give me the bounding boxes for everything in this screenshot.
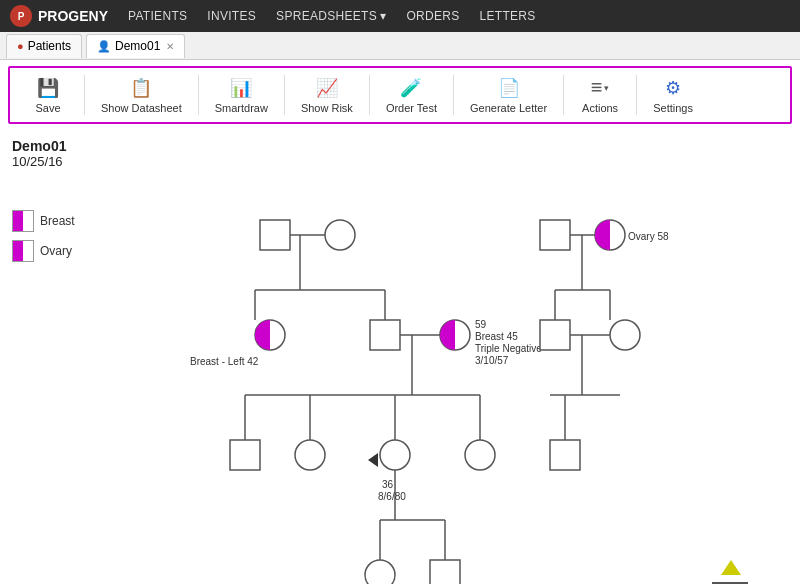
letter-label: Generate Letter bbox=[470, 102, 547, 114]
gp-right-female bbox=[595, 220, 625, 250]
pan-zoom-control[interactable]: + bbox=[690, 560, 770, 584]
smartdraw-button[interactable]: 📊 Smartdraw bbox=[205, 73, 278, 118]
toolbar-separator-1 bbox=[84, 75, 85, 115]
aunt-left-fill bbox=[255, 320, 270, 350]
gp-right-male bbox=[540, 220, 570, 250]
legend-breast-fill bbox=[13, 211, 23, 231]
actions-icon: ≡ bbox=[591, 76, 603, 99]
datasheet-label: Show Datasheet bbox=[101, 102, 182, 114]
pan-up-button[interactable] bbox=[721, 560, 741, 575]
toolbar-separator-2 bbox=[198, 75, 199, 115]
tab-patients[interactable]: ● Patients bbox=[6, 34, 82, 58]
svg-text:36: 36 bbox=[382, 479, 394, 490]
legend-ovary-label: Ovary bbox=[40, 244, 72, 258]
gp-right-female-fill bbox=[595, 220, 610, 250]
aunt-left-label: Breast - Left 42 bbox=[190, 356, 259, 367]
uncle-right-male bbox=[540, 320, 570, 350]
sibling-female-2 bbox=[465, 440, 495, 470]
datasheet-icon: 📋 bbox=[130, 77, 152, 99]
nav-invites[interactable]: INVITES bbox=[207, 9, 256, 23]
demo-tab-icon: 👤 bbox=[97, 40, 111, 53]
generate-letter-button[interactable]: 📄 Generate Letter bbox=[460, 73, 557, 118]
child-male-1 bbox=[430, 560, 460, 584]
toolbar-separator-6 bbox=[563, 75, 564, 115]
main-content: Demo01 10/25/16 Breast Ovary bbox=[0, 130, 800, 584]
pedigree-svg: Ovary 58 Breast - Left 42 59 Breast 45 T… bbox=[100, 190, 780, 584]
patient-info: Demo01 10/25/16 bbox=[12, 138, 788, 169]
app-logo: P PROGENY bbox=[10, 5, 108, 27]
settings-button[interactable]: ⚙ Settings bbox=[643, 73, 703, 118]
tab-bar: ● Patients 👤 Demo01 ✕ bbox=[0, 32, 800, 60]
top-navigation: P PROGENY PATIENTS INVITES SPREADSHEETS … bbox=[0, 0, 800, 32]
legend-breast-label: Breast bbox=[40, 214, 75, 228]
svg-text:Breast  45: Breast 45 bbox=[475, 331, 518, 342]
patient-date: 10/25/16 bbox=[12, 154, 788, 169]
parent-female-fill bbox=[440, 320, 455, 350]
legend-ovary-fill bbox=[13, 241, 23, 261]
toolbar: 💾 Save 📋 Show Datasheet 📊 Smartdraw 📈 Sh… bbox=[8, 66, 792, 124]
save-button[interactable]: 💾 Save bbox=[18, 73, 78, 118]
smartdraw-label: Smartdraw bbox=[215, 102, 268, 114]
nav-orders[interactable]: ORDERS bbox=[406, 9, 459, 23]
settings-icon: ⚙ bbox=[665, 77, 681, 99]
order-test-button[interactable]: 🧪 Order Test bbox=[376, 73, 447, 118]
legend-ovary: Ovary bbox=[12, 240, 75, 262]
logo-icon: P bbox=[10, 5, 32, 27]
toolbar-separator-5 bbox=[453, 75, 454, 115]
toolbar-separator-7 bbox=[636, 75, 637, 115]
nav-patients[interactable]: PATIENTS bbox=[128, 9, 187, 23]
cousin-male-1 bbox=[550, 440, 580, 470]
show-risk-button[interactable]: 📈 Show Risk bbox=[291, 73, 363, 118]
actions-button[interactable]: ≡ ▾ Actions bbox=[570, 72, 630, 118]
risk-label: Show Risk bbox=[301, 102, 353, 114]
save-icon: 💾 bbox=[37, 77, 59, 99]
proband-female bbox=[380, 440, 410, 470]
gp-left-male bbox=[260, 220, 290, 250]
parent-female bbox=[440, 320, 470, 350]
svg-text:59: 59 bbox=[475, 319, 487, 330]
save-label: Save bbox=[35, 102, 60, 114]
sibling-female-1 bbox=[295, 440, 325, 470]
demo-tab-label: Demo01 bbox=[115, 39, 160, 53]
gp-right-label: Ovary 58 bbox=[628, 231, 669, 242]
tab-close-button[interactable]: ✕ bbox=[166, 41, 174, 52]
patient-name: Demo01 bbox=[12, 138, 788, 154]
legend-breast: Breast bbox=[12, 210, 75, 232]
letter-icon: 📄 bbox=[498, 77, 520, 99]
aunt-right-female bbox=[610, 320, 640, 350]
actions-label: Actions bbox=[582, 102, 618, 114]
order-label: Order Test bbox=[386, 102, 437, 114]
svg-text:Triple Negative: Triple Negative bbox=[475, 343, 542, 354]
gp-left-female bbox=[325, 220, 355, 250]
risk-icon: 📈 bbox=[316, 77, 338, 99]
svg-text:3/10/57: 3/10/57 bbox=[475, 355, 509, 366]
order-icon: 🧪 bbox=[400, 77, 422, 99]
parent-male bbox=[370, 320, 400, 350]
app-name: PROGENY bbox=[38, 8, 108, 24]
patients-tab-icon: ● bbox=[17, 40, 24, 52]
aunt-left-female bbox=[255, 320, 285, 350]
smartdraw-icon: 📊 bbox=[230, 77, 252, 99]
svg-text:8/6/80: 8/6/80 bbox=[378, 491, 406, 502]
tab-demo01[interactable]: 👤 Demo01 ✕ bbox=[86, 34, 185, 58]
legend-ovary-box bbox=[12, 240, 34, 262]
actions-arrow-icon: ▾ bbox=[604, 83, 609, 93]
pedigree-chart[interactable]: Ovary 58 Breast - Left 42 59 Breast 45 T… bbox=[100, 190, 780, 584]
sibling-male-1 bbox=[230, 440, 260, 470]
legend: Breast Ovary bbox=[12, 210, 75, 270]
patients-tab-label: Patients bbox=[28, 39, 71, 53]
toolbar-separator-3 bbox=[284, 75, 285, 115]
toolbar-separator-4 bbox=[369, 75, 370, 115]
settings-label: Settings bbox=[653, 102, 693, 114]
child-female-1 bbox=[365, 560, 395, 584]
nav-letters[interactable]: LETTERS bbox=[480, 9, 536, 23]
nav-spreadsheets[interactable]: SPREADSHEETS ▾ bbox=[276, 9, 386, 23]
legend-breast-box bbox=[12, 210, 34, 232]
proband-arrow-indicator bbox=[368, 453, 378, 467]
show-datasheet-button[interactable]: 📋 Show Datasheet bbox=[91, 73, 192, 118]
